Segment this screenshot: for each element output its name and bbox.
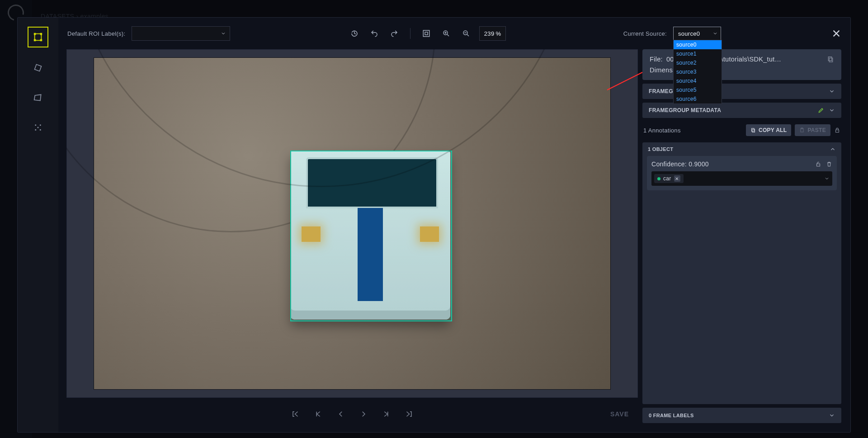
- arrow-left-icon: [337, 410, 345, 418]
- source-select[interactable]: source0 source0source1source2source3sour…: [673, 27, 721, 40]
- chevron-down-icon: [829, 412, 835, 419]
- tag-label: car: [663, 175, 671, 182]
- svg-rect-17: [828, 57, 831, 61]
- chevron-up-icon: [830, 146, 836, 152]
- svg-rect-12: [425, 32, 428, 35]
- history-icon: [350, 29, 359, 38]
- roi-label-text: Default ROI Label(s):: [67, 30, 125, 37]
- bounding-box-icon: [33, 32, 43, 42]
- last-frame-button[interactable]: [402, 407, 415, 421]
- tool-polygon[interactable]: [28, 88, 47, 107]
- keypoints-icon: [34, 123, 42, 132]
- image-frame: [94, 57, 611, 390]
- chevron-down-icon: [712, 31, 718, 36]
- annotation-editor: Default ROI Label(s): 239 % Current: [17, 17, 851, 433]
- zoom-unit: %: [495, 30, 501, 37]
- svg-rect-18: [752, 129, 755, 132]
- zoom-in-button[interactable]: [439, 27, 453, 40]
- trash-icon[interactable]: [826, 161, 832, 167]
- save-button[interactable]: SAVE: [610, 410, 629, 418]
- skip-next-icon: [382, 410, 390, 418]
- first-frame-button[interactable]: [289, 407, 302, 421]
- tag-car[interactable]: car ✕: [654, 174, 684, 183]
- tool-bbox[interactable]: [28, 27, 48, 47]
- edit-icon[interactable]: [818, 107, 824, 113]
- playbar: SAVE: [66, 405, 638, 423]
- source-option-source2[interactable]: source2: [674, 58, 722, 67]
- skip-first-icon: [292, 410, 300, 418]
- paste-button[interactable]: PASTE: [795, 124, 830, 136]
- redo-button[interactable]: [387, 27, 401, 40]
- framegroup-metadata-panel[interactable]: FRAMEGROUP METADATA: [642, 103, 841, 118]
- close-button[interactable]: [831, 28, 841, 38]
- redo-icon: [390, 29, 398, 38]
- tag-color-dot: [657, 177, 660, 180]
- objects-header[interactable]: 1 OBJECT: [642, 142, 841, 156]
- paste-icon: [799, 127, 805, 133]
- rotate-box-icon: [33, 63, 42, 72]
- undo-button[interactable]: [368, 27, 381, 40]
- undo-icon: [370, 29, 378, 38]
- lock-icon[interactable]: [834, 127, 840, 133]
- prev-key-button[interactable]: [311, 407, 325, 421]
- separator: [410, 28, 410, 39]
- close-icon: [831, 28, 841, 38]
- history-reset-button[interactable]: [348, 27, 361, 40]
- fit-button[interactable]: [420, 27, 433, 40]
- framegroup-panel[interactable]: FRAMEGROUP: [642, 84, 841, 99]
- svg-point-9: [35, 129, 36, 131]
- roi-label-select[interactable]: [132, 26, 230, 41]
- roi-bbox[interactable]: [290, 151, 452, 321]
- framegroup-meta-label: FRAMEGROUP METADATA: [649, 107, 721, 113]
- copy-icon: [750, 127, 756, 133]
- chevron-down-icon: [824, 176, 830, 181]
- source-option-source4[interactable]: source4: [674, 76, 722, 85]
- zoom-value: 239: [484, 30, 495, 37]
- file-key: File:: [650, 56, 663, 63]
- chevron-down-icon: [829, 107, 835, 113]
- tag-remove-button[interactable]: ✕: [674, 175, 680, 182]
- zoom-value-pill[interactable]: 239 %: [479, 26, 506, 41]
- next-key-button[interactable]: [379, 407, 393, 421]
- chevron-down-icon: [221, 31, 226, 36]
- skip-prev-icon: [314, 410, 322, 418]
- svg-rect-3: [34, 39, 36, 42]
- svg-rect-23: [817, 164, 820, 166]
- editor-toolbar: Default ROI Label(s): 239 % Current: [58, 23, 850, 44]
- arrow-right-icon: [359, 410, 368, 418]
- object-card[interactable]: Confidence: 0.9000 car ✕: [647, 156, 837, 190]
- unlock-icon[interactable]: [815, 161, 821, 167]
- zoom-in-icon: [442, 29, 450, 38]
- svg-rect-11: [423, 30, 429, 37]
- canvas[interactable]: [66, 49, 638, 398]
- copy-all-button[interactable]: COPY ALL: [746, 124, 791, 136]
- source-option-source5[interactable]: source5: [674, 85, 722, 94]
- svg-point-10: [40, 129, 41, 131]
- frame-labels-panel[interactable]: 0 FRAME LABELS: [642, 408, 841, 423]
- svg-rect-1: [34, 33, 36, 35]
- tag-input-row[interactable]: car ✕: [651, 171, 832, 186]
- zoom-out-button[interactable]: [459, 27, 473, 40]
- source-option-source6[interactable]: source6: [674, 94, 722, 104]
- polygon-icon: [33, 93, 42, 102]
- object-title-row: Confidence: 0.9000: [651, 160, 832, 168]
- svg-rect-4: [40, 39, 42, 42]
- skip-last-icon: [405, 410, 413, 418]
- prev-frame-button[interactable]: [334, 407, 348, 421]
- svg-rect-19: [751, 128, 754, 132]
- tool-keypoints[interactable]: [28, 118, 47, 137]
- chevron-down-icon: [829, 88, 835, 94]
- svg-point-6: [35, 124, 36, 126]
- next-frame-button[interactable]: [357, 407, 370, 421]
- source-dropdown: source0source1source2source3source4sourc…: [673, 40, 722, 104]
- tool-rotate-bbox[interactable]: [28, 58, 47, 77]
- source-option-source3[interactable]: source3: [674, 67, 722, 76]
- annotations-row: 1 Annotations COPY ALL PASTE: [642, 122, 841, 139]
- current-source-label: Current Source:: [623, 30, 667, 37]
- source-option-source0[interactable]: source0: [674, 40, 722, 49]
- objects-panel: 1 OBJECT Confidence: 0.9000 car ✕: [642, 142, 841, 404]
- copy-icon[interactable]: [827, 56, 834, 63]
- file-info-panel: File: 0000 - C:\Projects\tutorials\SDK_t…: [642, 49, 841, 80]
- source-select-value: source0: [678, 30, 700, 37]
- source-option-source1[interactable]: source1: [674, 49, 722, 58]
